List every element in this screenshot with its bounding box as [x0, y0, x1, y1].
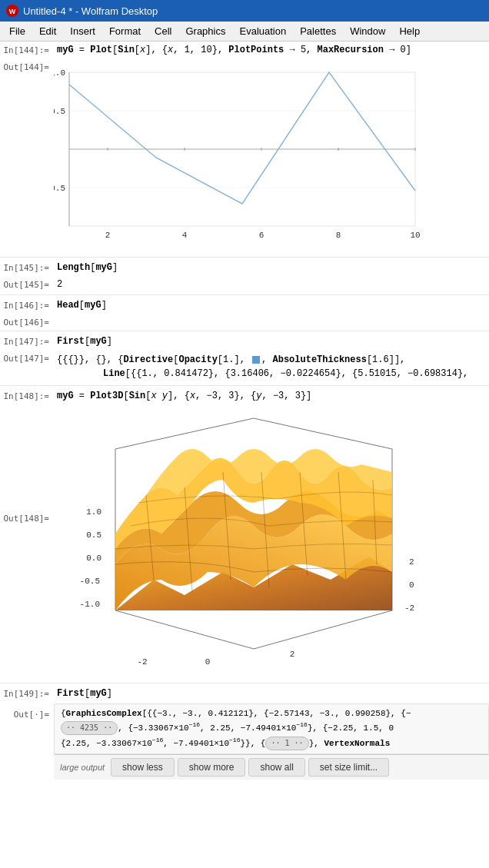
cell-out148: Out[148]=	[0, 404, 489, 681]
svg-line-24	[254, 610, 392, 649]
svg-text:2: 2	[409, 557, 414, 567]
menu-edit[interactable]: Edit	[33, 24, 62, 38]
menu-palettes[interactable]: Palettes	[294, 24, 342, 38]
cell-label-out145: Out[145]=	[0, 278, 54, 290]
svg-text:0: 0	[205, 657, 211, 667]
cell-label-out-last: Out[·]=	[0, 703, 54, 780]
cell-label-in144: In[144]:=	[0, 43, 54, 55]
cell-in148: In[148]:= myG = Plot3D[Sin[x y], {x, −3,…	[0, 387, 489, 404]
menu-file[interactable]: File	[3, 24, 32, 38]
notebook-content: In[144]:= myG = Plot[Sin[x], {x, 1, 10},…	[0, 42, 489, 781]
cell-value-out145: 2	[54, 278, 489, 291]
plot2d-svg: 2 4 6 8 10 1.0 0.5 -0.5	[54, 65, 431, 249]
set-size-limit-button[interactable]: set size limit...	[308, 758, 389, 777]
cell-code-in144[interactable]: myG = Plot[Sin[x], {x, 1, 10}, PlotPoint…	[54, 43, 489, 57]
menu-format[interactable]: Format	[103, 24, 147, 38]
cell-out147: Out[147]= {{{}}, {}, {Directive[Opacity[…	[0, 350, 489, 384]
cell-out145: Out[145]= 2	[0, 276, 489, 293]
cell-code-in148[interactable]: myG = Plot3D[Sin[x y], {x, −3, 3}, {y, −…	[54, 389, 489, 403]
svg-text:1.0: 1.0	[54, 68, 65, 78]
cell-out144: Out[144]=	[0, 58, 489, 255]
menu-graphics[interactable]: Graphics	[179, 24, 231, 38]
cell-label-in145: In[145]:=	[0, 261, 54, 273]
cell-label-out144: Out[144]=	[0, 60, 54, 72]
svg-text:-0.5: -0.5	[54, 184, 65, 193]
cell-in147: In[147]:= First[myG]	[0, 333, 489, 350]
cell-code-in146[interactable]: Head[myG]	[54, 298, 489, 312]
cell-in145: In[145]:= Length[myG]	[0, 259, 489, 276]
menu-insert[interactable]: Insert	[64, 24, 101, 38]
titlebar: W Untitled-4 * - Wolfram Desktop	[0, 0, 489, 22]
svg-text:-1.0: -1.0	[80, 600, 100, 609]
show-controls: large output show less show more show al…	[54, 754, 489, 780]
menu-cell[interactable]: Cell	[148, 24, 178, 38]
menubar: File Edit Insert Format Cell Graphics Ev…	[0, 22, 489, 42]
menu-window[interactable]: Window	[344, 24, 391, 38]
svg-text:-2: -2	[137, 657, 147, 667]
show-all-button[interactable]: show all	[248, 758, 304, 777]
svg-text:0.5: 0.5	[86, 530, 101, 540]
cell-value-out147: {{{}}, {}, {Directive[Opacity[1.], , Abs…	[54, 351, 489, 382]
svg-text:8: 8	[336, 231, 341, 240]
cell-in146: In[146]:= Head[myG]	[0, 297, 489, 314]
menu-evaluation[interactable]: Evaluation	[233, 24, 292, 38]
svg-text:-0.5: -0.5	[80, 577, 100, 586]
cell-label-in147: In[147]:=	[0, 334, 54, 347]
cell-code-in149[interactable]: First[myG]	[54, 687, 489, 700]
menu-help[interactable]: Help	[393, 24, 426, 38]
show-more-button[interactable]: show more	[178, 758, 246, 777]
plot3d-container[interactable]: -2 0 2 2 0 -2 1.0 0.5 0.0 -0.5 -1.0	[54, 409, 489, 677]
svg-text:2: 2	[290, 650, 295, 659]
cell-out146: Out[146]=	[0, 314, 489, 329]
cell-value-out146	[54, 315, 489, 318]
svg-line-27	[115, 418, 254, 449]
cell-in144: In[144]:= myG = Plot[Sin[x], {x, 1, 10},…	[0, 42, 489, 58]
window-title: Untitled-4 * - Wolfram Desktop	[23, 5, 158, 17]
svg-text:W: W	[9, 8, 16, 15]
plot2d-container[interactable]: 2 4 6 8 10 1.0 0.5 -0.5	[54, 63, 489, 251]
svg-text:0.0: 0.0	[86, 554, 101, 563]
large-output-content[interactable]: {GraphicsComplex[{{−3., −3., 0.412121}, …	[54, 703, 489, 754]
show-less-button[interactable]: show less	[111, 758, 175, 777]
cell-code-in147[interactable]: First[myG]	[54, 334, 489, 348]
svg-text:10: 10	[410, 231, 420, 240]
svg-text:0.5: 0.5	[54, 107, 65, 116]
large-output-section: {GraphicsComplex[{{−3., −3., 0.412121}, …	[54, 703, 489, 780]
cell-label-out146: Out[146]=	[0, 315, 54, 328]
app-icon: W	[6, 5, 18, 17]
svg-line-22	[115, 610, 254, 649]
cell-label-in146: In[146]:=	[0, 298, 54, 311]
large-output-label: large output	[60, 763, 105, 772]
cell-label-in149: In[149]:=	[0, 687, 54, 699]
svg-text:6: 6	[259, 231, 264, 240]
svg-text:1.0: 1.0	[86, 507, 101, 517]
plot3d-svg: -2 0 2 2 0 -2 1.0 0.5 0.0 -0.5 -1.0	[54, 411, 423, 672]
cell-label-out148: Out[148]=	[0, 406, 54, 524]
svg-line-26	[254, 418, 392, 449]
svg-text:2: 2	[105, 231, 111, 240]
svg-text:0: 0	[409, 580, 414, 590]
cell-label-out147: Out[147]=	[0, 351, 54, 364]
svg-text:-2: -2	[404, 604, 414, 613]
cell-out-last: Out[·]= {GraphicsComplex[{{−3., −3., 0.4…	[0, 702, 489, 781]
cell-code-in145[interactable]: Length[myG]	[54, 261, 489, 274]
svg-text:4: 4	[182, 231, 188, 240]
cell-label-in148: In[148]:=	[0, 389, 54, 401]
cell-in149: In[149]:= First[myG]	[0, 685, 489, 702]
